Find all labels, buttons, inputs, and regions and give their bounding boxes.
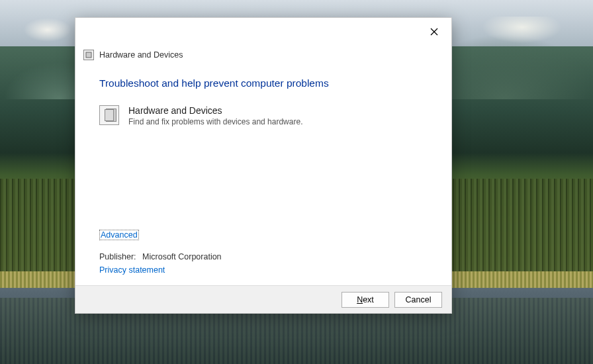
publisher-label: Publisher:	[99, 252, 136, 261]
desktop-background: Hardware and Devices Troubleshoot and he…	[0, 0, 593, 364]
item-text: Hardware and Devices Find and fix proble…	[128, 105, 302, 126]
publisher-value: Microsoft Corporation	[142, 252, 222, 261]
troubleshooter-item: Hardware and Devices Find and fix proble…	[99, 105, 428, 126]
close-icon	[430, 28, 438, 36]
device-icon	[99, 105, 119, 125]
item-description: Find and fix problems with devices and h…	[128, 117, 302, 126]
page-heading: Troubleshoot and help prevent computer p…	[99, 77, 428, 89]
dialog-footer: Next Cancel	[75, 285, 451, 313]
svg-rect-2	[86, 52, 91, 58]
publisher-row: Publisher: Microsoft Corporation	[99, 252, 428, 261]
cancel-button[interactable]: Cancel	[394, 292, 442, 308]
titlebar	[75, 18, 451, 42]
hardware-icon	[83, 50, 94, 60]
item-title: Hardware and Devices	[128, 105, 302, 116]
dialog-content: Troubleshoot and help prevent computer p…	[75, 66, 451, 285]
next-rest: ext	[363, 295, 374, 304]
privacy-statement-link[interactable]: Privacy statement	[99, 265, 428, 275]
close-button[interactable]	[421, 22, 447, 42]
next-button[interactable]: Next	[342, 292, 389, 308]
dialog-title: Hardware and Devices	[99, 50, 183, 60]
advanced-link[interactable]: Advanced	[99, 230, 139, 240]
dialog-header: Hardware and Devices	[75, 42, 451, 66]
troubleshooter-dialog: Hardware and Devices Troubleshoot and he…	[75, 17, 452, 314]
next-accelerator: N	[357, 295, 363, 304]
